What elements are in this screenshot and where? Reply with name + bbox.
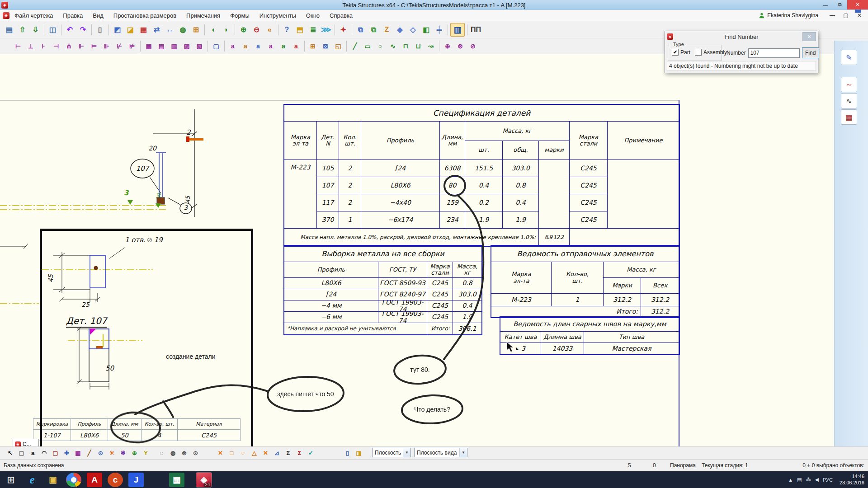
draw-rect-icon[interactable]: ▭ (362, 40, 373, 52)
comb-grid-icon[interactable]: ΠΠ (470, 23, 482, 36)
select-dashed-icon[interactable]: ▢ (50, 448, 61, 458)
snap-cross-icon[interactable]: ✚ (61, 448, 72, 458)
angle-tool-icon[interactable]: ⊿ (272, 448, 282, 458)
more-tools-icon[interactable]: ⋙ (320, 23, 332, 36)
menu-window[interactable]: Окно (301, 12, 325, 19)
draw-arc2-icon[interactable]: ⊔ (412, 40, 424, 52)
select-text-icon[interactable]: a (28, 448, 38, 458)
sum-off-icon[interactable]: Σ (294, 448, 305, 458)
dim-grid-5-icon[interactable]: ▧ (193, 40, 205, 52)
snap-point-icon[interactable]: ⊙ (95, 448, 106, 458)
assembly-checkbox[interactable] (695, 49, 702, 56)
mark-box-icon[interactable]: ◱ (332, 40, 344, 52)
redo-icon[interactable]: ↷ (77, 23, 89, 36)
dim-grid-1-icon[interactable]: ▦ (143, 40, 155, 52)
new-drawing-icon[interactable]: ▤ (3, 23, 15, 36)
plane-select[interactable]: Плоскость ▼ (372, 448, 411, 457)
draw-line-icon[interactable]: ╱ (349, 40, 361, 52)
menu-tools[interactable]: Инструменты (255, 12, 301, 19)
report-list-icon[interactable]: ≣ (307, 23, 319, 36)
menu-view[interactable]: Вид (88, 12, 108, 19)
child-restore-button[interactable]: ▢ (840, 12, 852, 19)
dim-grid-4-icon[interactable]: ▨ (181, 40, 193, 52)
menu-edit[interactable]: Правка (58, 12, 88, 19)
z-sketch-icon[interactable]: Z (381, 23, 393, 36)
weld-remove-icon[interactable]: ⊘ (467, 40, 479, 52)
dim-9-icon[interactable]: ⊬ (113, 40, 125, 52)
minimize-button[interactable]: — (818, 0, 833, 9)
drawing-layout-icon[interactable]: ▦ (137, 23, 150, 36)
menu-help[interactable]: Справка (325, 12, 358, 19)
snap-grid-icon[interactable]: ▦ (73, 448, 83, 458)
view-globe-icon[interactable]: ◍ (177, 23, 189, 36)
fetch-drawing-up-icon[interactable]: ⇧ (16, 23, 28, 36)
menu-drawing-file[interactable]: Файл чертежа (9, 12, 58, 19)
internet-explorer-icon[interactable]: e (24, 473, 40, 487)
zoom-out-icon[interactable]: ⊖ (250, 23, 263, 36)
save-drawing-icon[interactable]: ◫ (47, 23, 59, 36)
dashed-box-icon[interactable]: ▢ (210, 40, 222, 52)
snap-flake-icon[interactable]: ✻ (118, 448, 128, 458)
dim-1-icon[interactable]: ⊢ (12, 40, 24, 52)
dialog-close-button[interactable]: ✕ (802, 32, 816, 41)
move-view-icon[interactable]: ↔ (164, 23, 176, 36)
text-leader-icon[interactable]: а (265, 40, 277, 52)
split-view-icon[interactable]: ◧ (420, 23, 432, 36)
dim-4-icon[interactable]: ⊣ (50, 40, 62, 52)
undo-icon[interactable]: ↶ (64, 23, 76, 36)
weld-mark-icon[interactable]: ⊕ (442, 40, 453, 52)
dim-6-icon[interactable]: ⊩ (75, 40, 87, 52)
dim-grid-2-icon[interactable]: ▤ (156, 40, 167, 52)
wire-view-icon[interactable]: ◇ (407, 23, 419, 36)
close-drawing-icon[interactable]: ▯ (94, 23, 106, 36)
snap-line-icon[interactable]: ╱ (84, 448, 94, 458)
view-wizard-yellow-icon[interactable]: ◪ (124, 23, 137, 36)
link-parts-icon[interactable]: ⧉ (354, 23, 367, 36)
view-switch-icon[interactable]: ◨ (354, 448, 364, 458)
add-view-icon[interactable]: ⊞ (190, 23, 202, 36)
find-button[interactable]: Find (802, 47, 819, 58)
file-explorer-icon[interactable]: ▣ (45, 473, 61, 487)
text-tool-3-icon[interactable]: а (252, 40, 264, 52)
number-input[interactable]: 107 (748, 48, 800, 58)
ortho-square-icon[interactable]: □ (226, 448, 237, 458)
solid-view-icon[interactable]: ◆ (394, 23, 406, 36)
chrome-icon[interactable] (66, 473, 81, 487)
tray-expand-icon[interactable]: ▲ (788, 477, 793, 483)
volume-icon[interactable]: ◀ (815, 477, 818, 483)
update-view-icon[interactable]: ⇄ (151, 23, 163, 36)
zoom-previous-icon[interactable]: « (264, 23, 276, 36)
text-tool-2-icon[interactable]: а (240, 40, 251, 52)
dim-10-icon[interactable]: ⊭ (126, 40, 138, 52)
ortho-x2-icon[interactable]: ✕ (260, 448, 271, 458)
snap-circle-icon[interactable]: ⊕ (129, 448, 140, 458)
close-button[interactable]: ✕ (847, 0, 868, 9)
snap-intersect-icon[interactable]: ⊗ (179, 448, 189, 458)
snap-center-icon[interactable]: ◍ (168, 448, 178, 458)
prev-part-icon[interactable]: ◖ (207, 23, 219, 36)
dim-8-icon[interactable]: ⊪ (101, 40, 113, 52)
spreadsheet-icon[interactable]: ▦ (169, 473, 184, 487)
select-cursor-icon[interactable]: ↖ (5, 448, 15, 458)
dim-7-icon[interactable]: ⊨ (88, 40, 100, 52)
select-area-icon[interactable]: ▢ (16, 448, 27, 458)
draw-curve-icon[interactable]: ↝ (425, 40, 437, 52)
drawing-area[interactable]: Спецификация деталей Марка эл-та Дет. N … (0, 54, 834, 446)
user-account[interactable]: Ekaterina Shavlygina (759, 12, 818, 19)
zoom-in-icon[interactable]: ⊕ (237, 23, 250, 36)
menu-shapes[interactable]: Формы (225, 12, 255, 19)
part-checkbox[interactable]: ✔ (672, 49, 679, 56)
app-j-icon[interactable]: J (128, 473, 144, 487)
open-model-folder-icon[interactable]: ⬒ (294, 23, 306, 36)
snap-any-icon[interactable]: ⊙ (190, 448, 201, 458)
dim-5-icon[interactable]: ⋔ (63, 40, 75, 52)
child-minimize-button[interactable]: — (826, 12, 838, 19)
dim-2-icon[interactable]: ⊥ (25, 40, 37, 52)
collapsed-window[interactable]: ◈ С... (13, 439, 39, 446)
paint-tool-icon[interactable]: ✦ (337, 23, 349, 36)
pan-page-icon[interactable]: ✎ (841, 50, 857, 65)
select-arc-icon[interactable]: ◠ (39, 448, 49, 458)
draw-arc-icon[interactable]: ⊓ (400, 40, 411, 52)
draw-circle-icon[interactable]: ○ (374, 40, 386, 52)
whats-this-icon[interactable]: ? (281, 23, 293, 36)
